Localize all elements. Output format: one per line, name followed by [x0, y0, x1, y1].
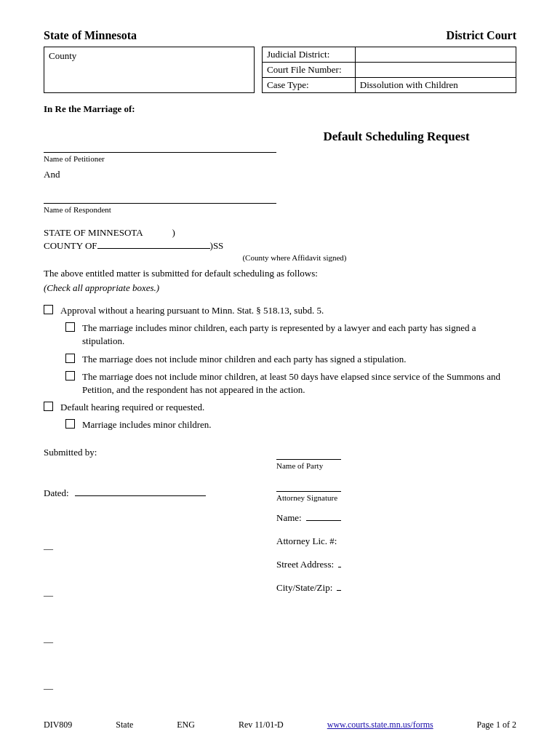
judicial-info-table: Judicial District: Court File Number: Ca… — [262, 47, 516, 93]
attorney-lic-row: Attorney Lic. #: — [276, 533, 341, 547]
checkbox-2[interactable] — [44, 402, 53, 411]
court-info-row: County Judicial District: Court File Num… — [44, 47, 516, 93]
submitted-by-label: Submitted by: — [44, 447, 255, 458]
checkbox-2a-label: Marriage includes minor children. — [82, 418, 212, 431]
city-state-zip-label: City/State/Zip: — [276, 582, 332, 594]
check-note: (Check all appropriate boxes.) — [44, 282, 516, 294]
court-name: District Court — [447, 29, 516, 42]
attorney-sig-line[interactable] — [276, 479, 341, 492]
checkbox-1[interactable] — [44, 305, 53, 314]
judicial-district-row: Judicial District: — [263, 47, 516, 63]
checkbox-1-label: Approval without a hearing pursuant to M… — [60, 304, 324, 317]
court-file-row: Court File Number: — [263, 63, 516, 78]
submitted-section: Submitted by: Dated: — — — — Name of Par… — [44, 447, 516, 700]
street-address-line[interactable] — [338, 556, 341, 567]
submitted-intro: The above entitled matter is submitted f… — [44, 268, 516, 279]
county-fill-line[interactable] — [97, 248, 210, 249]
checkbox-item-1c: The marriage does not include minor chil… — [65, 370, 516, 397]
court-file-value[interactable] — [355, 63, 516, 78]
checkbox-1b-label: The marriage does not include minor chil… — [82, 353, 406, 366]
respondent-signature-line[interactable] — [44, 191, 276, 204]
checkbox-2-label: Default hearing required or requested. — [60, 401, 204, 414]
footer-rev: Rev 11/01-D — [239, 720, 284, 730]
state-name: State of Minnesota — [44, 29, 137, 42]
form-title: Default Scheduling Request — [276, 130, 516, 144]
dated-line[interactable] — [75, 495, 206, 496]
judicial-district-label: Judicial District: — [263, 47, 356, 63]
street-address-label: Street Address: — [276, 559, 334, 570]
footer-state: State — [116, 720, 133, 730]
footer-page: Page 1 of 2 — [477, 720, 516, 730]
submitted-left: Submitted by: Dated: — — — — — [44, 447, 255, 700]
name-fill-line[interactable] — [306, 509, 342, 521]
name-of-party-line[interactable] — [276, 447, 341, 460]
checkbox-1a-label: The marriage includes minor children, ea… — [82, 322, 516, 348]
judicial-district-value[interactable] — [355, 47, 516, 63]
document-header: State of Minnesota District Court — [44, 29, 516, 42]
state-row: STATE OF MINNESOTA ) — [44, 227, 516, 239]
state-county-block: STATE OF MINNESOTA ) COUNTY OF )SS (Coun… — [44, 227, 516, 262]
name-of-party-label: Name of Party — [276, 461, 341, 470]
footer: DIV809 State ENG Rev 11/01-D www.courts.… — [44, 720, 516, 730]
parties-left: Name of Petitioner And Name of Responden… — [44, 130, 276, 215]
dash-1: — — [44, 543, 255, 554]
checkbox-item-2: Default hearing required or requested. — [44, 401, 516, 414]
footer-url[interactable]: www.courts.state.mn.us/forms — [327, 720, 433, 730]
county-affidavit-note: (County where Affidavit signed) — [73, 253, 516, 262]
checkbox-2a[interactable] — [65, 419, 75, 429]
attorney-lic-label: Attorney Lic. #: — [276, 535, 337, 547]
respondent-label: Name of Respondent — [44, 205, 276, 214]
submitted-right: Name of Party Attorney Signature Name: A… — [269, 447, 341, 700]
name-field-label: Name: — [276, 512, 302, 524]
dash-2: — — [44, 589, 255, 601]
attorney-sig-label: Attorney Signature — [276, 493, 341, 502]
dash-4: — — [44, 682, 255, 694]
case-type-value: Dissolution with Children — [355, 78, 516, 93]
county-of-label: COUNTY OF — [44, 240, 97, 252]
checkbox-item-1: Approval without a hearing pursuant to M… — [44, 304, 516, 317]
name-field-row: Name: — [276, 509, 341, 524]
dated-row: Dated: — [44, 487, 255, 499]
case-type-row: Case Type: Dissolution with Children — [263, 78, 516, 93]
dash-3: — — [44, 636, 255, 648]
parties-section: Name of Petitioner And Name of Responden… — [44, 130, 516, 215]
and-text: And — [44, 169, 276, 180]
checkbox-item-2a: Marriage includes minor children. — [65, 418, 516, 431]
checkbox-1c-label: The marriage does not include minor chil… — [82, 370, 516, 397]
city-state-zip-row: City/State/Zip: — [276, 579, 341, 594]
dated-label: Dated: — [44, 487, 69, 499]
footer-form-id: DIV809 — [44, 720, 72, 730]
case-type-label: Case Type: — [263, 78, 356, 93]
checkbox-item-1b: The marriage does not include minor chil… — [65, 353, 516, 366]
petitioner-signature-line[interactable] — [44, 140, 276, 153]
county-of-row: COUNTY OF )SS — [44, 240, 516, 252]
county-label: County — [49, 50, 76, 61]
title-col: Default Scheduling Request — [276, 130, 516, 215]
checkbox-section: Approval without a hearing pursuant to M… — [44, 304, 516, 432]
state-label: STATE OF MINNESOTA — [44, 227, 143, 239]
checkbox-1b[interactable] — [65, 354, 75, 363]
checkbox-item-1a: The marriage includes minor children, ea… — [65, 322, 516, 348]
respondent-signature-container: Name of Respondent — [44, 191, 276, 214]
checkbox-1a[interactable] — [65, 322, 75, 332]
petitioner-signature-container: Name of Petitioner — [44, 140, 276, 163]
checkbox-1c[interactable] — [65, 371, 75, 381]
paren-right: ) — [172, 227, 175, 239]
street-address-row: Street Address: — [276, 556, 341, 570]
petitioner-label: Name of Petitioner — [44, 154, 276, 163]
court-file-label: Court File Number: — [263, 63, 356, 78]
footer-lang: ENG — [177, 720, 195, 730]
ss-text: )SS — [210, 240, 224, 252]
city-state-zip-line[interactable] — [337, 579, 341, 591]
county-box[interactable]: County — [44, 47, 255, 93]
in-re-heading: In Re the Marriage of: — [44, 103, 516, 115]
